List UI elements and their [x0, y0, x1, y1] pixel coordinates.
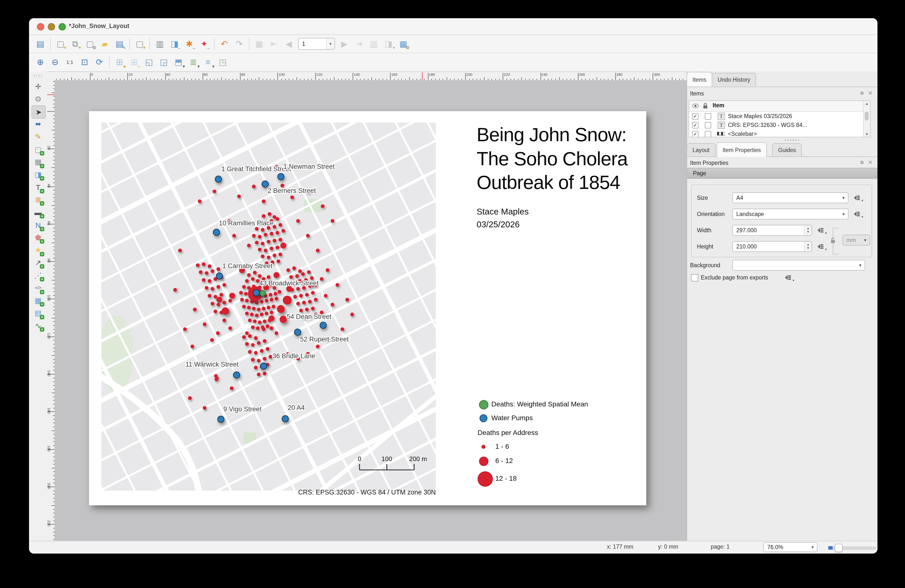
atlas-prev-icon[interactable]: ◀: [282, 37, 295, 50]
add-elevation-profile-icon[interactable]: ∿+: [32, 319, 45, 332]
align-items-icon[interactable]: ≣▾: [187, 56, 200, 68]
select-move-item-icon[interactable]: ➤: [32, 105, 46, 119]
atlas-export-icon[interactable]: ◨▾: [382, 37, 395, 50]
zoom-full-icon[interactable]: ⊡: [78, 56, 91, 68]
width-spinbox[interactable]: 297.000▲▼: [732, 225, 812, 236]
tab-item-properties[interactable]: Item Properties: [717, 142, 767, 157]
deselect-items-icon[interactable]: ◲: [157, 56, 170, 68]
minimize-window-icon[interactable]: [48, 23, 55, 30]
items-tree-row[interactable]: ✓<Scalebar>: [689, 129, 870, 137]
atlas-first-icon[interactable]: ⇤: [268, 37, 280, 50]
print-layout-icon[interactable]: ▥: [154, 37, 166, 50]
add-fixed-table-icon[interactable]: ▤+: [32, 307, 45, 319]
add-items-from-template-icon[interactable]: ▢✶: [133, 37, 146, 50]
zoom-in-icon[interactable]: ⊕: [34, 56, 47, 68]
zoom-level-combo[interactable]: 76.0%▼: [763, 542, 818, 552]
lock-icon: [702, 102, 708, 109]
zoom-out-icon[interactable]: ⊖: [49, 56, 62, 68]
add-label-icon[interactable]: T+: [32, 181, 45, 193]
lock-items-icon[interactable]: ⊞●: [113, 56, 126, 68]
add-marker-icon[interactable]: ★+: [32, 244, 45, 256]
status-y: y: 0 mm: [658, 544, 678, 550]
ruler-number: 200: [466, 72, 472, 77]
raise-items-icon[interactable]: ⬒▾: [172, 56, 185, 68]
add-scalebar-icon[interactable]: ▬+: [32, 206, 45, 218]
items-tree[interactable]: Item ✓TStace Maples 03/25/2026✓TCRS: EPS…: [689, 100, 870, 137]
undo-icon[interactable]: ↶: [218, 37, 231, 50]
height-data-defined-button[interactable]: [816, 242, 825, 251]
add-arrow-icon[interactable]: ↗+: [32, 257, 45, 269]
exclude-data-defined-button[interactable]: [784, 273, 792, 282]
atlas-last-icon[interactable]: ⇥: [352, 37, 365, 50]
item-properties-window-icons[interactable]: ⧉ ✕: [860, 160, 874, 165]
export-pdf-icon[interactable]: ✦→: [198, 37, 211, 50]
ruler-number: 220: [47, 520, 51, 527]
toolbar-separator: [50, 38, 51, 50]
atlas-page-combo[interactable]: 1▼: [298, 38, 335, 50]
add-node-item-icon[interactable]: ⋰+: [32, 269, 45, 281]
duplicate-layout-icon[interactable]: ⧉✶: [69, 37, 82, 50]
background-color-select[interactable]: ▼: [732, 260, 865, 271]
add-legend-icon[interactable]: ≣+: [32, 194, 45, 206]
crs-label[interactable]: CRS: EPSG:32630 - WGS 84 / UTM zone 30N: [278, 489, 436, 496]
add-page-icon[interactable]: ▢+: [32, 143, 45, 156]
add-north-arrow-icon[interactable]: N+: [32, 219, 45, 231]
zoom-slider-thumb[interactable]: [835, 544, 843, 552]
ruler-number: 40: [166, 72, 170, 77]
add-image-icon[interactable]: ◨+: [32, 168, 45, 181]
refresh-icon[interactable]: ⟳: [93, 56, 106, 68]
page-section-header[interactable]: Page: [687, 168, 878, 179]
items-tree-row[interactable]: ✓TStace Maples 03/25/2026: [689, 112, 870, 121]
atlas-preview-icon[interactable]: ▦: [253, 37, 265, 50]
atlas-print-icon[interactable]: ▥: [367, 37, 380, 50]
map-legend[interactable]: Deaths: Weighted Spatial MeanWater Pumps…: [89, 111, 646, 505]
items-panel-header: Items: [690, 91, 704, 97]
move-content-icon[interactable]: ⬌: [32, 118, 45, 130]
items-tree-scrollbar[interactable]: ▲▼: [863, 101, 870, 137]
legend-symbol: [479, 400, 488, 409]
add-html-icon[interactable]: </>+: [32, 282, 45, 294]
close-window-icon[interactable]: [37, 23, 44, 30]
resize-items-icon[interactable]: ◳: [216, 56, 229, 68]
unlock-items-icon[interactable]: ⊞○: [128, 56, 141, 68]
tab-items[interactable]: Items: [687, 72, 712, 87]
export-image-icon[interactable]: ◨→: [168, 37, 181, 50]
tab-undo-history[interactable]: Undo History: [712, 73, 756, 86]
new-layout-icon[interactable]: ▢✶: [54, 37, 67, 50]
pan-tool-icon[interactable]: ✛: [32, 80, 45, 92]
size-data-defined-button[interactable]: [853, 193, 861, 202]
export-svg-icon[interactable]: ✱→: [183, 37, 196, 50]
height-spinbox[interactable]: 210.000▲▼: [732, 241, 812, 252]
zoom-tool-icon[interactable]: ⊙: [32, 93, 45, 105]
width-data-defined-button[interactable]: [816, 226, 825, 235]
zoom-window-icon[interactable]: [59, 23, 66, 30]
items-tree-row[interactable]: ✓TCRS: EPSG:32630 - WGS 84...: [689, 121, 870, 129]
distribute-items-icon[interactable]: ≡▾: [202, 56, 214, 68]
add-map-icon[interactable]: ▦+: [32, 156, 45, 168]
atlas-next-icon[interactable]: ▶: [338, 37, 351, 50]
layout-manager-icon[interactable]: ▢⚙: [84, 37, 97, 50]
layout-page[interactable]: 1 Great Titchfield Street1 Newman Street…: [89, 111, 646, 505]
orientation-select[interactable]: Landscape▼: [732, 209, 848, 219]
orientation-data-defined-button[interactable]: [853, 210, 861, 218]
items-panel-window-icons[interactable]: ⧉ ✕: [860, 91, 874, 96]
zoom-actual-icon[interactable]: 1:1: [64, 56, 76, 68]
save-as-template-icon[interactable]: ▤✎: [113, 37, 126, 50]
redo-icon[interactable]: ↷: [233, 37, 245, 50]
edit-nodes-icon[interactable]: ✎: [32, 130, 45, 143]
toolbox-drag-handle[interactable]: [33, 74, 43, 77]
title-bar[interactable]: *John_Snow_Layout: [29, 18, 878, 35]
save-project-icon[interactable]: ▤: [34, 37, 47, 50]
ruler-number: 20: [129, 72, 133, 77]
units-select[interactable]: mm▼: [843, 235, 870, 246]
exclude-page-checkbox[interactable]: [691, 274, 699, 281]
size-select[interactable]: A4▼: [732, 192, 848, 203]
open-folder-icon[interactable]: ▰: [98, 37, 111, 50]
select-items-icon[interactable]: ◱: [143, 56, 156, 68]
tab-guides[interactable]: Guides: [772, 143, 802, 156]
add-shape-icon[interactable]: ⬟+: [32, 231, 45, 243]
add-attribute-table-icon[interactable]: ▦+: [32, 294, 45, 307]
layout-canvas[interactable]: 1 Great Titchfield Street1 Newman Street…: [55, 80, 687, 541]
tab-layout[interactable]: Layout: [687, 143, 715, 156]
atlas-settings-icon[interactable]: ▦⚙: [397, 37, 410, 50]
